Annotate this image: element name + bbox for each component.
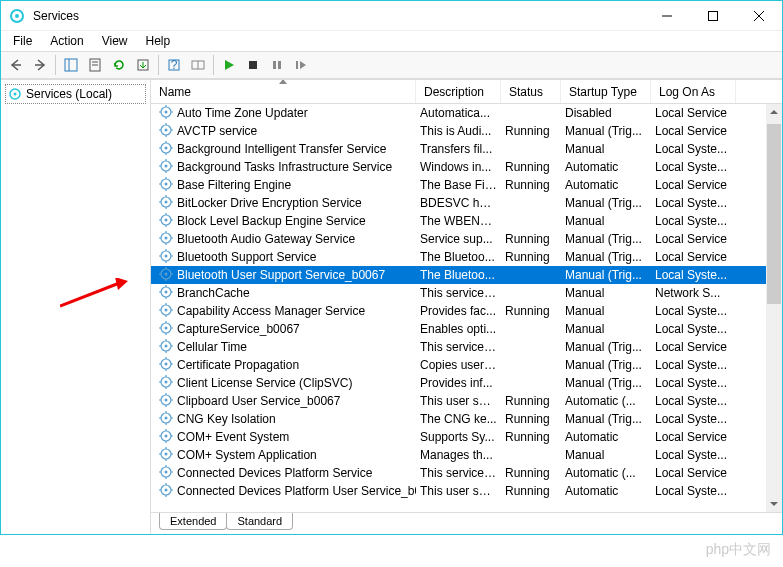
cell-name: Base Filtering Engine (151, 177, 416, 194)
cell-name: COM+ Event System (151, 429, 416, 446)
table-row[interactable]: BitLocker Drive Encryption ServiceBDESVC… (151, 194, 782, 212)
table-row[interactable]: Certificate PropagationCopies user ...Ma… (151, 356, 782, 374)
show-hide-tree-button[interactable] (60, 54, 82, 76)
svg-point-133 (165, 434, 168, 437)
cell-description: Windows in... (416, 160, 501, 174)
gear-icon (159, 267, 173, 284)
properties-button[interactable] (84, 54, 106, 76)
vertical-scrollbar[interactable] (766, 104, 782, 512)
column-description[interactable]: Description (416, 80, 501, 103)
svg-point-31 (165, 128, 168, 131)
table-row[interactable]: Connected Devices Platform User Service_… (151, 482, 782, 500)
gear-icon (159, 411, 173, 428)
refresh-button[interactable] (108, 54, 130, 76)
window-title: Services (33, 9, 644, 23)
table-row[interactable]: Bluetooth User Support Service_b0067The … (151, 266, 782, 284)
cell-description: The Base Fil... (416, 178, 501, 192)
scroll-thumb[interactable] (767, 124, 781, 304)
help-button[interactable]: ? (163, 54, 185, 76)
cell-status: Running (501, 304, 561, 318)
menu-file[interactable]: File (5, 32, 40, 50)
start-service-button[interactable] (218, 54, 240, 76)
cell-logon: Local Service (651, 106, 736, 120)
cell-description: Automatica... (416, 106, 501, 120)
pause-service-button[interactable] (266, 54, 288, 76)
table-row[interactable]: COM+ System ApplicationManages th...Manu… (151, 446, 782, 464)
content-area: Services (Local) Name Description Status… (1, 79, 782, 534)
scroll-up-button[interactable] (766, 104, 782, 120)
maximize-button[interactable] (690, 1, 736, 31)
column-name[interactable]: Name (151, 80, 416, 103)
cell-logon: Local Service (651, 178, 736, 192)
cell-startup: Manual (561, 142, 651, 156)
svg-rect-20 (278, 61, 281, 69)
list-pane: Name Description Status Startup Type Log… (151, 80, 782, 534)
cell-startup: Manual (561, 214, 651, 228)
table-row[interactable]: CaptureService_b0067Enables opti...Manua… (151, 320, 782, 338)
svg-point-1 (15, 14, 19, 18)
table-row[interactable]: Client License Service (ClipSVC)Provides… (151, 374, 782, 392)
cell-description: BDESVC hos... (416, 196, 501, 210)
table-row[interactable]: Connected Devices Platform ServiceThis s… (151, 464, 782, 482)
table-row[interactable]: Base Filtering EngineThe Base Fil...Runn… (151, 176, 782, 194)
table-row[interactable]: BranchCacheThis service ...ManualNetwork… (151, 284, 782, 302)
cell-logon: Local Service (651, 250, 736, 264)
cell-startup: Manual (561, 286, 651, 300)
cell-name: Client License Service (ClipSVC) (151, 375, 416, 392)
table-row[interactable]: Background Intelligent Transfer ServiceT… (151, 140, 782, 158)
cell-startup: Manual (561, 448, 651, 462)
table-body[interactable]: Auto Time Zone UpdaterAutomatica...Disab… (151, 104, 782, 512)
cell-startup: Manual (561, 322, 651, 336)
svg-point-25 (165, 110, 168, 113)
cell-description: Enables opti... (416, 322, 501, 336)
table-row[interactable]: CNG Key IsolationThe CNG ke...RunningMan… (151, 410, 782, 428)
cell-startup: Manual (Trig... (561, 376, 651, 390)
menu-action[interactable]: Action (42, 32, 91, 50)
menu-help[interactable]: Help (138, 32, 179, 50)
column-log-on-as[interactable]: Log On As (651, 80, 736, 103)
minimize-button[interactable] (644, 1, 690, 31)
menu-view[interactable]: View (94, 32, 136, 50)
table-row[interactable]: Bluetooth Support ServiceThe Bluetoo...R… (151, 248, 782, 266)
table-row[interactable]: COM+ Event SystemSupports Sy...RunningAu… (151, 428, 782, 446)
tab-extended[interactable]: Extended (159, 513, 227, 530)
cell-description: This is Audi... (416, 124, 501, 138)
cell-startup: Manual (Trig... (561, 196, 651, 210)
table-row[interactable]: Clipboard User Service_b0067This user se… (151, 392, 782, 410)
svg-point-23 (14, 93, 17, 96)
cell-logon: Network S... (651, 286, 736, 300)
tree-item-services-local[interactable]: Services (Local) (5, 84, 146, 104)
column-startup-type[interactable]: Startup Type (561, 80, 651, 103)
table-row[interactable]: Bluetooth Audio Gateway ServiceService s… (151, 230, 782, 248)
services-app-icon (9, 8, 25, 24)
back-button[interactable] (5, 54, 27, 76)
toolbar-icon[interactable] (187, 54, 209, 76)
table-row[interactable]: Auto Time Zone UpdaterAutomatica...Disab… (151, 104, 782, 122)
table-row[interactable]: Capability Access Manager ServiceProvide… (151, 302, 782, 320)
cell-name: CaptureService_b0067 (151, 321, 416, 338)
cell-status: Running (501, 124, 561, 138)
titlebar[interactable]: Services (1, 1, 782, 31)
tab-standard[interactable]: Standard (226, 513, 293, 530)
view-tabs: Extended Standard (151, 512, 782, 534)
export-button[interactable] (132, 54, 154, 76)
cell-logon: Local Service (651, 124, 736, 138)
table-row[interactable]: Cellular TimeThis service ...Manual (Tri… (151, 338, 782, 356)
cell-name: BitLocker Drive Encryption Service (151, 195, 416, 212)
cell-name: Cellular Time (151, 339, 416, 356)
stop-service-button[interactable] (242, 54, 264, 76)
table-row[interactable]: Background Tasks Infrastructure ServiceW… (151, 158, 782, 176)
close-button[interactable] (736, 1, 782, 31)
column-status[interactable]: Status (501, 80, 561, 103)
svg-point-49 (165, 182, 168, 185)
cell-name: Auto Time Zone Updater (151, 105, 416, 122)
cell-startup: Automatic (561, 178, 651, 192)
forward-button[interactable] (29, 54, 51, 76)
table-row[interactable]: Block Level Backup Engine ServiceThe WBE… (151, 212, 782, 230)
restart-service-button[interactable] (290, 54, 312, 76)
scroll-down-button[interactable] (766, 496, 782, 512)
cell-status: Running (501, 250, 561, 264)
cell-status: Running (501, 430, 561, 444)
table-row[interactable]: AVCTP serviceThis is Audi...RunningManua… (151, 122, 782, 140)
cell-logon: Local Syste... (651, 196, 736, 210)
